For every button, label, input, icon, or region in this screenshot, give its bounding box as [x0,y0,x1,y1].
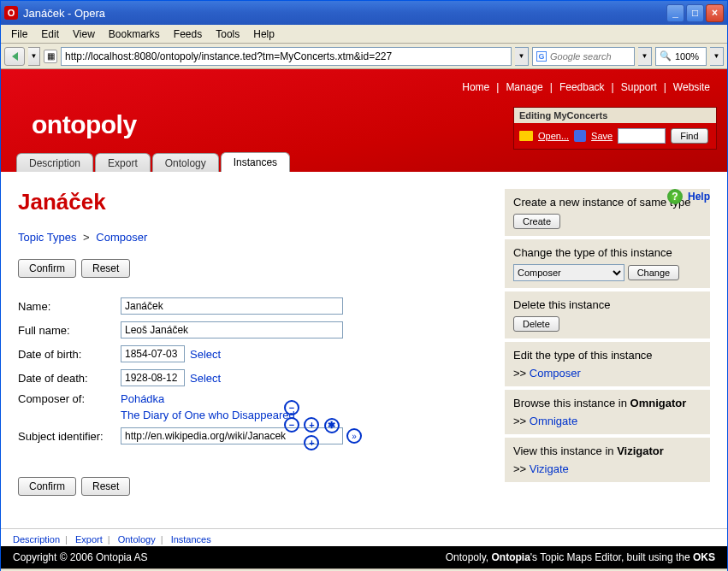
side-delete-title: Delete this instance [513,298,701,311]
side-browse-title: Browse this instance in Omnigator [513,397,701,409]
close-button[interactable]: × [706,4,724,22]
dod-label: Date of death: [18,372,121,385]
add-item-icon[interactable]: + [304,417,319,433]
composer-label: Composer of: [18,392,121,405]
nav-home[interactable]: Home [462,81,489,93]
footer-right: Ontopoly, Ontopia's Topic Maps Editor, b… [446,551,715,563]
name-label: Name: [18,300,121,313]
header: Home| Manage| Feedback| Support| Website… [1,69,727,172]
find-button[interactable]: Find [671,128,707,144]
edit-panel-title: Editing MyConcerts [514,108,716,123]
logo: ontopoly [32,110,137,139]
confirm-button-top[interactable]: Confirm [18,259,76,278]
footer-tab-ontology[interactable]: Ontology [118,534,156,545]
composer-item-0[interactable]: Pohádka [121,392,295,405]
nav-website[interactable]: Website [673,81,710,93]
reset-button-top[interactable]: Reset [81,259,130,278]
window-titlebar: O Janáček - Opera _ □ × [1,1,727,25]
delete-button[interactable]: Delete [513,316,559,332]
menu-bookmarks[interactable]: Bookmarks [102,26,167,42]
search-input[interactable] [550,51,627,62]
omnigate-link[interactable]: Omnigate [530,415,577,427]
maximize-button[interactable]: □ [686,4,704,22]
menu-file[interactable]: File [4,26,34,42]
star-item-icon[interactable]: ✱ [324,418,340,433]
side-view-title: View this instance in Vizigator [513,444,701,457]
nav-manage[interactable]: Manage [506,81,542,93]
main-content: Janáček Topic Types > Composer Confirm R… [18,189,488,515]
subject-label: Subject identifier: [18,430,121,443]
type-select[interactable]: Composer [513,264,624,281]
search-box[interactable]: G [532,47,635,66]
zoom-control[interactable]: 🔍 100% [655,47,707,66]
sidebar: Create a new instance of same type Creat… [505,189,710,515]
name-input[interactable] [121,297,343,315]
reset-button-bottom[interactable]: Reset [81,477,130,496]
add-subject-icon[interactable]: + [304,435,319,450]
fullname-label: Full name: [18,324,121,337]
breadcrumb-root[interactable]: Topic Types [18,231,76,244]
side-edit-title: Edit the type of this instance [513,349,701,362]
menu-help[interactable]: Help [246,26,281,42]
fullname-input[interactable] [121,321,343,338]
side-edit: Edit the type of this instance >> Compos… [505,342,710,386]
footer-tab-export[interactable]: Export [75,534,103,545]
tab-instances[interactable]: Instances [221,152,290,172]
tab-ontology[interactable]: Ontology [152,153,219,172]
nav-support[interactable]: Support [621,81,657,93]
breadcrumb-leaf[interactable]: Composer [96,231,147,244]
side-change: Change the type of this instance Compose… [505,239,710,288]
google-icon: G [536,51,547,62]
minimize-button[interactable]: _ [666,4,684,22]
tab-export[interactable]: Export [95,153,151,172]
dob-input[interactable] [121,345,185,362]
help-icon: ? [667,189,683,204]
edit-type-link[interactable]: Composer [530,367,581,380]
zoom-value: 100% [675,51,699,62]
tab-description[interactable]: Description [16,153,93,172]
disk-icon [574,130,586,142]
create-button[interactable]: Create [513,214,560,229]
top-nav: Home| Manage| Feedback| Support| Website [462,81,710,93]
remove-item-icon-2[interactable]: − [284,417,299,433]
menu-view[interactable]: View [66,26,102,42]
menu-tools[interactable]: Tools [209,26,246,42]
footer-tab-instances[interactable]: Instances [171,534,211,545]
search-dropdown[interactable]: ▼ [638,47,652,66]
open-link[interactable]: Open... [538,131,569,141]
menu-edit[interactable]: Edit [34,26,66,42]
dob-select-link[interactable]: Select [190,348,221,361]
change-button[interactable]: Change [628,265,680,280]
tabs: Description Export Ontology Instances [1,153,292,172]
back-button[interactable] [4,47,25,66]
footer-tab-description[interactable]: Description [13,534,60,545]
remove-item-icon[interactable]: − [284,400,299,415]
help-link[interactable]: ? Help [667,189,710,204]
dod-input[interactable] [121,369,185,386]
copyright: Copyright © 2006 Ontopia AS [13,551,148,563]
save-link[interactable]: Save [591,131,613,141]
back-dropdown[interactable]: ▼ [28,47,40,66]
page-title: Janáček [18,189,488,215]
confirm-button-bottom[interactable]: Confirm [18,477,76,496]
nav-feedback[interactable]: Feedback [559,81,605,93]
menubar: File Edit View Bookmarks Feeds Tools Hel… [1,25,727,44]
url-dropdown[interactable]: ▼ [515,47,529,66]
breadcrumb: Topic Types > Composer [18,231,488,244]
zoom-dropdown[interactable]: ▼ [710,47,724,66]
vizigate-link[interactable]: Vizigate [530,462,569,475]
side-change-title: Change the type of this instance [513,246,701,259]
find-input[interactable] [618,128,666,144]
dod-select-link[interactable]: Select [190,372,221,385]
page-icon: ▦ [44,50,57,63]
window-title: Janáček - Opera [23,7,666,20]
menu-feeds[interactable]: Feeds [167,26,209,42]
dob-label: Date of birth: [18,348,121,361]
url-input[interactable] [61,47,512,66]
triangle-left-icon [12,52,18,61]
composer-item-1[interactable]: The Diary of One who Disappeared [121,409,295,421]
edit-panel: Editing MyConcerts Open... Save Find [513,107,717,150]
opera-icon: O [4,6,18,20]
folder-open-icon [519,131,533,141]
magnifier-icon: 🔍 [660,50,672,62]
